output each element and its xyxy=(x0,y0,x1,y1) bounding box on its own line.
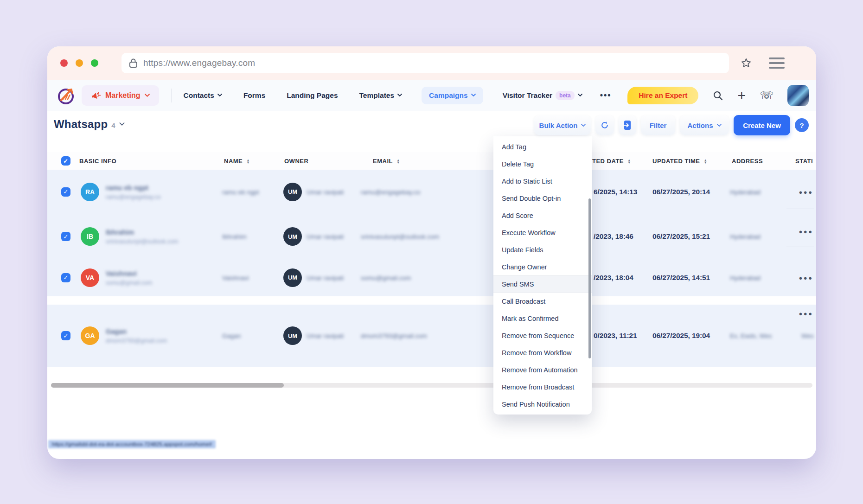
menu-item-mark-as-confirmed[interactable]: Mark as Confirmed xyxy=(493,310,592,327)
row-checkbox[interactable]: ✓ xyxy=(61,273,70,282)
menu-item-change-owner[interactable]: Change Owner xyxy=(493,258,592,275)
filter-button[interactable]: Filter xyxy=(641,115,675,135)
menu-scrollbar[interactable] xyxy=(588,198,591,358)
bulk-action-button[interactable]: Bulk Action xyxy=(534,115,591,135)
nav-item-label: Forms xyxy=(243,91,265,100)
address-cell: Hyderabad xyxy=(730,274,761,281)
menu-item-add-score[interactable]: Add Score xyxy=(493,207,592,224)
quick-add-icon[interactable]: + xyxy=(737,89,746,102)
row-menu-divider xyxy=(786,328,814,328)
app-switcher-marketing[interactable]: Marketing xyxy=(82,85,159,106)
menu-item-call-broadcast[interactable]: Call Broadcast xyxy=(493,293,592,310)
nav-item-contacts[interactable]: Contacts xyxy=(182,87,224,104)
created-date-cell: 6/2025, 14:13 xyxy=(594,188,637,196)
chevron-down-icon xyxy=(581,124,586,127)
nav-item-landing-pages[interactable]: Landing Pages xyxy=(285,87,339,104)
table-header: ✓ BASIC INFO NAME▲▼ OWNER EMAIL▲▼ TED DA… xyxy=(47,152,816,170)
menu-item-remove-from-broadcast[interactable]: Remove from Broadcast xyxy=(493,378,592,396)
page-header: Whatsapp 4 Bulk Action Filter Actions Cr… xyxy=(47,111,816,139)
updated-time-cell: 06/27/2025, 15:21 xyxy=(652,232,710,241)
owner-name: Umar ravipati xyxy=(307,274,344,281)
browser-chrome: https://www.engagebay.com xyxy=(47,46,816,80)
title-chevron-icon[interactable] xyxy=(119,122,125,126)
minimize-window-button[interactable] xyxy=(76,59,83,67)
row-menu-button[interactable]: ●●● xyxy=(795,274,816,281)
help-button[interactable]: ? xyxy=(795,118,809,132)
nav-item-visitor-tracker[interactable]: Visitor Trackerbeta xyxy=(501,86,584,105)
hire-an-expert-button[interactable]: Hire an Expert xyxy=(627,87,698,104)
horizontal-scrollbar-thumb[interactable] xyxy=(51,383,284,388)
menu-item-add-tag[interactable]: Add Tag xyxy=(493,138,592,155)
url-bar[interactable]: https://www.engagebay.com xyxy=(121,53,729,73)
address-cell: Ex, Ewds, Wes xyxy=(730,332,772,339)
menu-item-delete-tag[interactable]: Delete Tag xyxy=(493,155,592,172)
page-title: Whatsapp xyxy=(54,118,108,131)
menu-item-remove-from-sequence[interactable]: Remove from Sequence xyxy=(493,327,592,344)
created-date-cell: /2023, 18:46 xyxy=(594,232,633,241)
sort-icon[interactable]: ▲▼ xyxy=(396,159,400,163)
owner-name: Umar ravipati xyxy=(307,332,344,339)
menu-item-send-push-notification[interactable]: Send Push Notification xyxy=(493,396,592,413)
col-created-date: TED DATE▲▼ xyxy=(592,158,631,165)
col-address: ADDRESS xyxy=(732,158,763,165)
basic-info-cell[interactable]: Vaishnavi somu@gmail.com xyxy=(106,269,152,286)
sort-icon[interactable]: ▲▼ xyxy=(704,159,708,163)
nav-item-templates[interactable]: Templates xyxy=(358,87,404,104)
menu-item-remove-from-automation[interactable]: Remove from Automation xyxy=(493,361,592,378)
menu-item-send-double-opt-in[interactable]: Send Double Opt-in xyxy=(493,190,592,207)
bulk-action-menu-items: Add TagDelete TagAdd to Static ListSend … xyxy=(493,138,592,413)
chevron-down-icon xyxy=(578,94,582,97)
row-menu-button[interactable]: ●●● xyxy=(795,188,816,195)
updated-time-cell: 06/27/2025, 20:14 xyxy=(652,188,710,196)
nav-item-label: Campaigns xyxy=(429,91,468,100)
col-basic-info: BASIC INFO xyxy=(79,158,116,165)
table-row: ✓ GA Gagan dmom3793@gmail.com Gagan UM U… xyxy=(47,305,816,367)
basic-info-cell[interactable]: ramu eb ngpt ramu@engagebay.co xyxy=(106,184,161,200)
nav-more-button[interactable]: ••• xyxy=(600,90,612,100)
menu-item-add-to-static-list[interactable]: Add to Static List xyxy=(493,172,592,190)
phone-icon[interactable]: ☏ xyxy=(760,90,774,101)
contact-name: ramu eb ngpt xyxy=(106,184,161,191)
sort-icon[interactable]: ▲▼ xyxy=(627,159,631,163)
basic-info-cell[interactable]: Gagan dmom3793@gmail.com xyxy=(106,328,167,344)
beta-badge: beta xyxy=(556,91,575,100)
chevron-down-icon xyxy=(217,94,222,97)
row-checkbox[interactable]: ✓ xyxy=(61,187,70,197)
maximize-window-button[interactable] xyxy=(91,59,98,67)
actions-button[interactable]: Actions xyxy=(680,115,729,135)
chevron-down-icon xyxy=(471,94,476,97)
email-cell: srinivasulunpt@outlook.com xyxy=(361,233,439,240)
nav-item-forms[interactable]: Forms xyxy=(242,87,267,104)
nav-item-label: Templates xyxy=(359,91,395,100)
email-cell: dmom3793@gmail.com xyxy=(361,332,427,339)
row-checkbox[interactable]: ✓ xyxy=(61,232,70,241)
engagebay-logo-icon[interactable] xyxy=(56,85,77,106)
name-cell: ramu eb ngpt xyxy=(222,188,259,195)
name-cell: Gagan xyxy=(222,332,241,339)
chevron-down-icon xyxy=(145,94,150,97)
search-icon[interactable] xyxy=(712,90,723,101)
browser-menu-icon[interactable] xyxy=(769,57,785,69)
nav-item-campaigns[interactable]: Campaigns xyxy=(422,87,483,104)
user-avatar[interactable] xyxy=(787,85,809,106)
create-new-button[interactable]: Create New xyxy=(734,115,790,135)
menu-item-remove-from-workflow[interactable]: Remove from Workflow xyxy=(493,344,592,361)
refresh-button[interactable] xyxy=(595,115,614,135)
row-menu-button[interactable]: ●●● xyxy=(795,310,816,317)
sort-icon[interactable]: ▲▼ xyxy=(246,159,250,163)
row-checkbox[interactable]: ✓ xyxy=(61,331,70,340)
close-window-button[interactable] xyxy=(60,59,68,67)
row-menu-button[interactable]: ●●● xyxy=(795,228,816,235)
nav-items: ContactsFormsLanding PagesTemplatesCampa… xyxy=(182,86,584,105)
export-button[interactable] xyxy=(619,115,636,135)
bookmark-star-icon[interactable] xyxy=(740,57,752,69)
menu-item-send-sms[interactable]: Send SMS xyxy=(493,275,592,293)
menu-item-execute-workflow[interactable]: Execute Workflow xyxy=(493,224,592,241)
chevron-down-icon xyxy=(397,94,402,97)
select-all-checkbox[interactable]: ✓ xyxy=(61,156,70,166)
menu-item-update-fields[interactable]: Update Fields xyxy=(493,241,592,258)
horizontal-scrollbar[interactable] xyxy=(51,383,812,388)
col-owner: OWNER xyxy=(284,158,308,165)
export-file-icon xyxy=(623,120,632,130)
basic-info-cell[interactable]: Ibhrahim srinivasulunpt@outlook.com xyxy=(106,229,179,245)
